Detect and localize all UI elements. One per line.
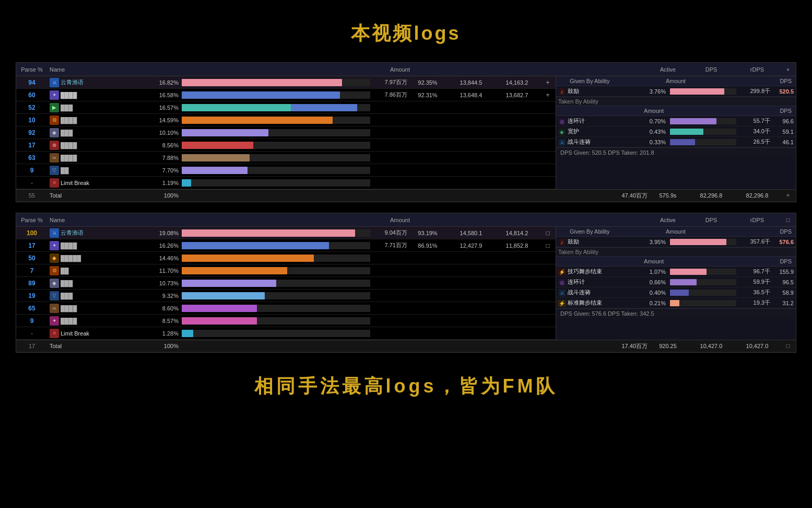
bar-lb xyxy=(182,179,191,187)
t2-header-extra: □ xyxy=(780,217,796,223)
page-title: 本视频logs xyxy=(0,0,812,62)
t2-taken-amt-col xyxy=(736,258,770,264)
t2-taken-header: Amount DPS xyxy=(556,257,796,267)
t2-extra-1[interactable]: □ xyxy=(540,242,556,249)
t2-job-icon-5: ▽ xyxy=(50,291,59,301)
table1-data-row-5: 17 ⊗ ████ 8.56% xyxy=(16,139,556,152)
t2-pct-4: 10.73% xyxy=(152,280,179,286)
total-rdps: 82,296.8 xyxy=(734,192,780,199)
t2-header-dps: DPS xyxy=(688,217,734,223)
given-bar-fill-0 xyxy=(670,88,724,95)
extra-0[interactable]: + xyxy=(540,79,556,86)
bar-container-3 xyxy=(182,117,370,124)
t2-taken-name-col xyxy=(570,258,637,264)
t2-taken-name-3: 标准舞步结束 xyxy=(568,299,639,307)
table2-right-panel: Given By Ability Amount DPS ♪ 鼓励 3.95% 3 xyxy=(556,227,796,340)
pct-1: 16.58% xyxy=(152,92,179,98)
t2-pct-2: 14.46% xyxy=(152,255,179,261)
bar-container-lb xyxy=(182,179,370,187)
job-icon-6: ∞ xyxy=(50,153,59,163)
bar-7 xyxy=(182,167,248,174)
table1-data-row-7: 9 ▽ ██ 7.70% xyxy=(16,164,556,177)
t2-parse-2: 50 xyxy=(16,255,48,262)
taken-name-col xyxy=(570,108,637,114)
t2-given-row-amt-0: 357.6千 xyxy=(738,238,772,246)
t2-taken-bar-2 xyxy=(668,289,738,296)
job-icon-2: ▶ xyxy=(50,103,59,112)
table2-header: Parse % Name Amount Active DPS rDPS □ xyxy=(16,213,796,227)
taken-row-1: ◈ 宽护 0.43% 34.0千 59.1 xyxy=(556,126,796,137)
t2-total-amt-cell: 100% 17.40百万 xyxy=(149,342,648,350)
pct-2: 16.57% xyxy=(152,105,179,111)
given-row-dps-0: 520.5 xyxy=(772,88,796,95)
t2-header-rdps: rDPS xyxy=(734,217,780,223)
header-rdps: rDPS xyxy=(734,66,780,73)
bar-container-2 xyxy=(182,104,370,111)
bar-4 xyxy=(182,129,268,136)
table2-row-0-expanded: 100 ⚔ 云青渔语 19.08% 9.04百万 93.19% 14,580.1… xyxy=(16,227,796,340)
t2-taken-icon-2: ⚔ xyxy=(556,290,568,296)
taken-amt-2: 26.5千 xyxy=(738,138,772,146)
t2-taken-bar-fill-3 xyxy=(670,300,679,306)
amount-cell-lb: 1.19% xyxy=(149,179,407,187)
t2-player-label-0: 云青渔语 xyxy=(61,229,84,237)
bar-2a xyxy=(182,104,291,111)
t2-job-icon-3: ⚙ xyxy=(50,266,59,275)
t2-right-panel-footer: DPS Given: 576.6 DPS Taken: 342.5 xyxy=(556,308,796,318)
pct-lb: 1.19% xyxy=(152,180,179,186)
taken-amt-0: 55.7千 xyxy=(738,117,772,125)
table1-limit-break: - ✕ Limit Break 1.19% xyxy=(16,177,556,189)
taken-header: Amount DPS xyxy=(556,106,796,116)
t2-taken-bar-3 xyxy=(668,299,738,307)
taken-icon-1: ◈ xyxy=(556,129,568,135)
extra-1[interactable]: + xyxy=(540,91,556,99)
t2-taken-pct-0: 1.07% xyxy=(639,269,668,275)
table1-data-row-2: 52 ▶ ███ 16.57% xyxy=(16,101,556,114)
total-amt-cell: 100% 47.40百万 xyxy=(149,192,648,200)
t2-amount-cell-lb: 1.28% xyxy=(149,330,407,337)
amount-val-1: 7.86百万 xyxy=(373,91,407,99)
bottom-title: 相同手法最高logs，皆为FM队 xyxy=(0,358,812,410)
t2-taken-row-3: ⚡ 标准舞步结束 0.21% 19.3千 31.2 xyxy=(556,298,796,308)
t2-player-label-1: ████ xyxy=(61,243,77,249)
total-extra[interactable]: + xyxy=(780,192,796,199)
t2-taken-icon-0: ⚡ xyxy=(556,269,568,275)
table1-section: Parse % Name Amount Active DPS rDPS + 94… xyxy=(16,62,796,202)
total-amount: 47.40百万 xyxy=(614,192,648,200)
table1-data-row-1: 60 ✦ ████ 16.58% 7.86百万 92.31% 13,648.4 … xyxy=(16,89,556,101)
taken-bar-0 xyxy=(668,118,738,125)
t2-taken-row-0: ⚡ 技巧舞步结束 1.07% 96.7千 155.9 xyxy=(556,267,796,277)
player-name-4: ◆ ███ xyxy=(48,128,149,137)
player-label-2: ███ xyxy=(61,105,73,111)
t2-job-icon-2: ◆ xyxy=(50,253,59,263)
t2-player-label-6: ████ xyxy=(61,305,77,311)
t2-dps-1: 12,427.9 xyxy=(448,243,494,249)
t2-given-row-bar-0 xyxy=(668,238,738,246)
t2-parse-6: 65 xyxy=(16,305,48,312)
bar-0 xyxy=(182,79,342,86)
bar-container-4 xyxy=(182,129,370,136)
taken-icon-2: ⚔ xyxy=(556,139,568,145)
t2-parse-0: 100 xyxy=(16,229,48,237)
t2-taken-row-2: ⚔ 战斗连祷 0.40% 36.5千 58.9 xyxy=(556,287,796,298)
t2-taken-bar-fill-0 xyxy=(670,269,707,275)
t2-player-name-4: ◆ ███ xyxy=(48,279,149,288)
t2-pct-lb: 1.28% xyxy=(152,330,179,337)
taken-pct-0: 0.70% xyxy=(639,118,668,124)
t2-given-name-col: Given By Ability xyxy=(570,228,637,235)
t2-total-extra[interactable]: □ xyxy=(780,342,796,350)
t2-bar-2 xyxy=(182,255,314,262)
t2-player-name-2: ◆ █████ xyxy=(48,253,149,263)
parse-3: 10 xyxy=(16,117,48,124)
t2-player-name-7: ✦ ████ xyxy=(48,316,149,326)
table1-right-panel: Given By Ability Amount DPS ♪ 鼓励 3.76% 2 xyxy=(556,76,796,189)
t2-amount-val-0: 9.04百万 xyxy=(373,229,407,237)
taken-pct-col: Amount xyxy=(637,108,666,114)
t2-taken-dps-1: 96.5 xyxy=(772,279,796,285)
t2-extra-0[interactable]: □ xyxy=(540,229,556,237)
table1-data-row-3: 10 ⚙ ████ 14.59% xyxy=(16,114,556,126)
t2-bar-container-2 xyxy=(182,255,370,262)
bar-3 xyxy=(182,117,333,124)
t2-given-row-dps-0: 576.6 xyxy=(772,239,796,245)
t2-taken-row-1: ◎ 连环计 0.66% 59.9千 96.5 xyxy=(556,277,796,287)
